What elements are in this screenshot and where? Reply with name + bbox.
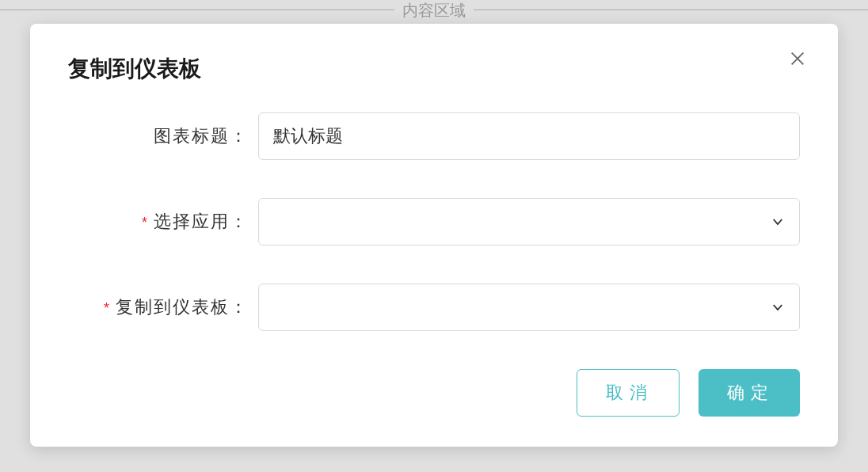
form-row-select-app: *选择应用： — [68, 198, 800, 246]
close-icon — [789, 50, 806, 67]
chart-title-label: 图表标题： — [68, 124, 258, 148]
select-app-label: *选择应用： — [68, 210, 258, 234]
required-mark: * — [142, 215, 149, 230]
select-app-label-text: 选择应用： — [154, 211, 249, 231]
copy-dashboard-label: *复制到仪表板： — [68, 295, 258, 319]
copy-dashboard-label-text: 复制到仪表板： — [116, 297, 249, 317]
copy-dashboard-dropdown[interactable] — [258, 284, 800, 331]
chart-title-input[interactable] — [258, 112, 800, 160]
chevron-down-icon — [771, 300, 785, 314]
modal-backdrop: 复制到仪表板 图表标题： *选择应用： — [0, 0, 868, 472]
modal-dialog: 复制到仪表板 图表标题： *选择应用： — [30, 24, 838, 447]
required-mark: * — [104, 300, 111, 316]
form-row-copy-dashboard: *复制到仪表板： — [68, 284, 800, 331]
chevron-down-icon — [771, 215, 785, 229]
select-app-dropdown[interactable] — [258, 198, 800, 246]
cancel-button[interactable]: 取消 — [577, 369, 680, 417]
modal-title: 复制到仪表板 — [68, 54, 800, 84]
form-row-chart-title: 图表标题： — [68, 112, 800, 160]
confirm-button[interactable]: 确定 — [699, 369, 800, 417]
close-button[interactable] — [786, 46, 809, 74]
form-actions: 取消 确定 — [68, 369, 800, 417]
